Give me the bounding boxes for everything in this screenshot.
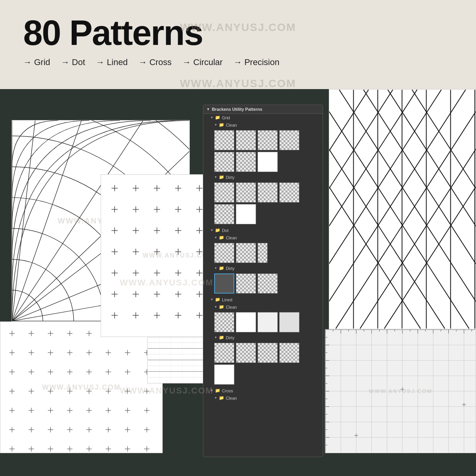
subtitle-label-dot: Dot: [72, 57, 85, 67]
ps-section-cross: ▼ 📁 Cross ▼ 📁 Clean: [203, 387, 323, 402]
ps-thumb-4[interactable]: [279, 130, 299, 150]
ps-subfolder-clean-grid[interactable]: ▼ 📁 Clean: [203, 121, 323, 129]
arrow-icon-lined: →: [96, 57, 105, 67]
ps-thumb-6[interactable]: [236, 152, 256, 172]
ps-folder-dot[interactable]: ▼ 📁 Dot: [203, 227, 323, 234]
ps-subfolder-dirty-grid[interactable]: ▼ 📁 Dirty: [203, 174, 323, 181]
ps-section-grid: ▼ 📁 Grid ▼ 📁 Clean ▼ 📁: [203, 114, 323, 226]
arrow-icon-dot: →: [61, 57, 70, 67]
ps-thumb-lined-d5[interactable]: [214, 364, 234, 385]
ps-folder-grid[interactable]: ▼ 📁 Grid: [203, 114, 323, 121]
folder-icon-dot: 📁: [215, 228, 220, 233]
ps-thumb-d6[interactable]: [236, 204, 256, 224]
subtitle-row: → Grid → Dot → Lined → Cross → Circular …: [23, 57, 453, 67]
ps-subfolder-clean-dot[interactable]: ▼ 📁 Clean: [203, 234, 323, 241]
cross-pattern-card-2: WWW.ANYUSJ.COM: [0, 321, 163, 453]
subtitle-item-circular: → Circular: [182, 57, 223, 67]
chevron-cross: ▼: [210, 389, 213, 392]
ps-thumb-lined-c1[interactable]: [214, 312, 234, 332]
ruler-svg: [325, 330, 476, 453]
ps-thumb-lined-d3[interactable]: [258, 343, 278, 363]
ps-thumb-d2[interactable]: [236, 182, 256, 203]
triangle-svg: [329, 89, 476, 329]
ps-thumb-3[interactable]: [258, 130, 278, 150]
ps-thumb-dot-d2[interactable]: [236, 273, 256, 294]
ps-dot-label: Dot: [222, 228, 229, 233]
ps-section-dot: ▼ 📁 Dot ▼ 📁 Clean ▼ 📁 Dirty: [203, 227, 323, 295]
ps-clean-dot-label: Clean: [226, 235, 237, 240]
ps-thumb-dot-d3[interactable]: [258, 273, 278, 294]
panel-collapse-icon: ▼: [206, 107, 210, 111]
chevron-grid: ▼: [210, 116, 213, 119]
chevron-clean-dot: ▼: [214, 236, 217, 239]
ps-clean-lined-label: Clean: [226, 305, 237, 309]
ps-grid-label: Grid: [222, 115, 230, 120]
subtitle-label-cross: Cross: [150, 57, 172, 67]
arrow-icon-precision: →: [234, 57, 242, 67]
folder-icon-dirty-dot: 📁: [219, 266, 224, 271]
ps-thumb-d4[interactable]: [279, 182, 299, 203]
ps-panel-title: Brackens Utility Patterns: [212, 107, 262, 112]
ps-thumb-dot-d1[interactable]: [214, 273, 234, 294]
ps-thumb-lined-d2[interactable]: [236, 343, 256, 363]
header-area: 80 Patterns → Grid → Dot → Lined → Cross…: [0, 0, 476, 89]
ps-thumbs-dirty-dot: [203, 272, 323, 295]
ps-panel[interactable]: ▼ Brackens Utility Patterns ▼ 📁 Grid ▼ 📁…: [203, 105, 323, 457]
subtitle-label-circular: Circular: [193, 57, 223, 67]
ps-thumb-dot-c1[interactable]: [214, 243, 234, 263]
subtitle-label-precision: Precision: [244, 57, 279, 67]
chevron-dirty-grid: ▼: [214, 175, 217, 179]
ps-clean-grid-label: Clean: [226, 123, 237, 127]
ps-thumbs-clean-grid: [203, 129, 323, 174]
ps-dirty-grid-label: Dirty: [226, 175, 235, 180]
ps-thumbs-clean-lined: [203, 311, 323, 334]
folder-icon-dirty-lined: 📁: [219, 335, 224, 340]
ps-thumb-5[interactable]: [214, 152, 234, 172]
ps-folder-cross[interactable]: ▼ 📁 Cross: [203, 387, 323, 394]
ps-folder-lined[interactable]: ▼ 📁 Lined: [203, 296, 323, 303]
content-area: www.anyusj.com www.anyusj.com: [0, 89, 476, 476]
ps-thumb-lined-d4[interactable]: [279, 343, 299, 363]
page-title: 80 Patterns: [23, 15, 453, 50]
ps-thumb-lined-c4[interactable]: [279, 312, 299, 332]
chevron-lined: ▼: [210, 298, 213, 301]
ps-thumbs-dirty-grid: [203, 181, 323, 226]
ps-thumb-dot-c3[interactable]: [258, 243, 268, 263]
arrow-icon-circular: →: [182, 57, 191, 67]
ps-subfolder-dirty-dot[interactable]: ▼ 📁 Dirty: [203, 265, 323, 272]
chevron-clean-cross: ▼: [214, 396, 217, 400]
ps-thumb-dot-c2[interactable]: [236, 243, 256, 263]
ps-panel-header: ▼ Brackens Utility Patterns: [203, 105, 323, 114]
ps-thumb-1[interactable]: [214, 130, 234, 150]
chevron-dot: ▼: [210, 229, 213, 232]
ps-thumb-d1[interactable]: [214, 182, 234, 203]
folder-icon-lined: 📁: [215, 297, 220, 302]
subtitle-label-grid: Grid: [34, 57, 50, 67]
subtitle-item-cross: → Cross: [139, 57, 172, 67]
arrow-icon-cross: →: [139, 57, 147, 67]
folder-icon-clean-grid: 📁: [219, 122, 224, 127]
ps-subfolder-dirty-lined[interactable]: ▼ 📁 Dirty: [203, 334, 323, 341]
ps-thumb-lined-c2[interactable]: [236, 312, 256, 332]
ruler-pattern-card: www.anyusj.com: [325, 329, 476, 453]
subtitle-item-lined: → Lined: [96, 57, 128, 67]
ps-thumb-lined-c3[interactable]: [258, 312, 278, 332]
ps-subfolder-clean-cross[interactable]: ▼ 📁 Clean: [203, 394, 323, 402]
subtitle-label-lined: Lined: [107, 57, 128, 67]
folder-icon-cross: 📁: [215, 388, 220, 393]
ps-thumb-d3[interactable]: [258, 182, 278, 203]
folder-icon-clean-cross: 📁: [219, 395, 224, 400]
svg-rect-150: [0, 322, 162, 453]
ps-thumb-lined-d1[interactable]: [214, 343, 234, 363]
ps-subfolder-clean-lined[interactable]: ▼ 📁 Clean: [203, 303, 323, 311]
chevron-clean-lined: ▼: [214, 305, 217, 309]
ps-thumb-2[interactable]: [236, 130, 256, 150]
ps-thumb-7[interactable]: [258, 152, 278, 172]
ps-thumb-d5[interactable]: [214, 204, 234, 224]
ps-thumbs-dirty-lined: [203, 341, 323, 386]
triangle-pattern-card: [329, 89, 476, 329]
folder-icon-clean-dot: 📁: [219, 235, 224, 240]
ps-lined-label: Lined: [222, 297, 232, 302]
ps-dirty-dot-label: Dirty: [226, 266, 235, 271]
ps-section-lined: ▼ 📁 Lined ▼ 📁 Clean ▼ 📁 Dirty: [203, 296, 323, 386]
